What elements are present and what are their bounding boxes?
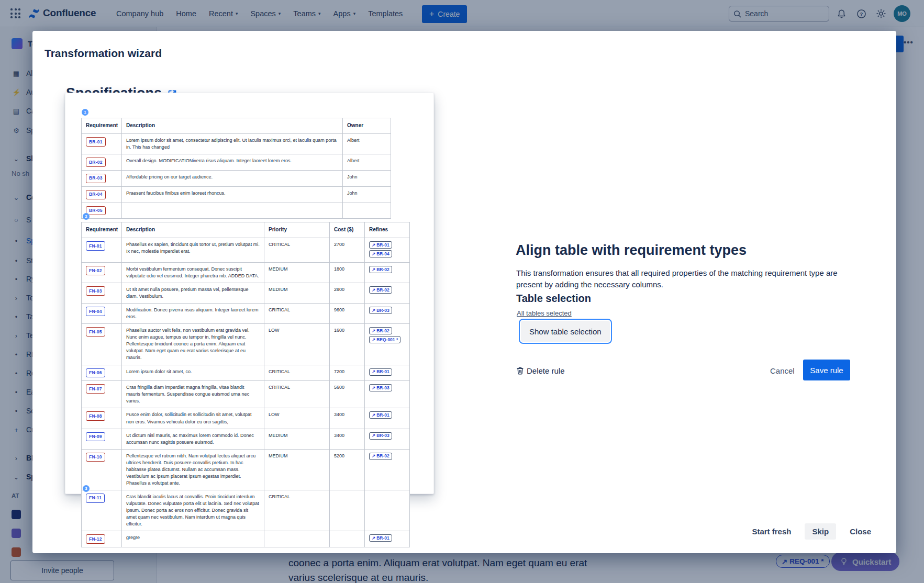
requirement-cell: BR-03 xyxy=(82,170,122,186)
skip-button[interactable]: Skip xyxy=(805,523,836,540)
priority-cell xyxy=(264,531,330,547)
refines-link-chip[interactable]: ↗REQ-001 * xyxy=(369,336,400,343)
transformation-wizard-modal: Transformation wizard Specifications 1Re… xyxy=(32,31,896,553)
priority-cell: MEDIUM xyxy=(264,449,330,490)
refines-link-chip[interactable]: ↗BR-01 xyxy=(369,368,392,376)
priority-cell: CRITICAL xyxy=(264,304,330,324)
requirement-chip[interactable]: FN-12 xyxy=(86,534,105,544)
description-cell: Lorem ipsum dolor sit amet, consectetur … xyxy=(122,134,343,154)
requirement-cell: FN-02 xyxy=(82,263,122,283)
external-arrow-icon: ↗ xyxy=(372,328,375,333)
cost-cell: 3400 xyxy=(330,429,365,449)
cost-cell: 1800 xyxy=(330,263,365,283)
requirement-chip[interactable]: BR-03 xyxy=(86,174,106,183)
cancel-button[interactable]: Cancel xyxy=(763,361,802,380)
refines-link-chip[interactable]: ↗BR-02 xyxy=(369,286,392,294)
refines-link-chip[interactable]: ↗BR-03 xyxy=(369,384,392,391)
requirement-chip[interactable]: BR-02 xyxy=(86,158,106,167)
refines-line: ↗BR-01 xyxy=(369,368,405,376)
refines-cell: ↗BR-03 xyxy=(365,381,410,408)
external-arrow-icon: ↗ xyxy=(372,251,375,256)
priority-cell: CRITICAL xyxy=(264,381,330,408)
refines-line: ↗BR-02 xyxy=(369,266,405,273)
table-row: FN-09Ut dictum nisl mauris, ac maximus l… xyxy=(82,429,410,449)
table-row: BR-02Overall design. MODIFICATIONiverra … xyxy=(82,154,391,171)
requirement-cell: BR-02 xyxy=(82,154,122,171)
table-row: FN-05Phasellus auctor velit felis, non v… xyxy=(82,324,410,365)
table-row: BR-04Praesent faucibus finibus enim laor… xyxy=(82,186,391,203)
cost-cell: 5600 xyxy=(330,381,365,408)
show-table-selection-button[interactable]: Show table selection xyxy=(521,321,610,342)
column-header: Owner xyxy=(343,118,391,134)
refines-link-chip[interactable]: ↗BR-03 xyxy=(369,432,392,440)
requirement-chip[interactable]: FN-02 xyxy=(86,266,105,275)
requirement-chip[interactable]: BR-04 xyxy=(86,190,106,199)
delete-rule-button[interactable]: Delete rule xyxy=(516,361,565,380)
requirement-cell: FN-11 xyxy=(82,490,122,531)
refines-cell: ↗BR-01 xyxy=(365,365,410,381)
refines-cell: ↗BR-02 xyxy=(365,283,410,304)
cost-cell: 1600 xyxy=(330,324,365,365)
refines-link-chip[interactable]: ↗BR-01 xyxy=(369,411,392,419)
refines-cell: ↗BR-01↗BR-04 xyxy=(365,238,410,263)
external-arrow-icon: ↗ xyxy=(372,337,375,342)
column-header: Priority xyxy=(264,222,330,238)
refines-cell: ↗BR-03 xyxy=(365,429,410,449)
requirement-chip[interactable]: FN-01 xyxy=(86,241,105,251)
wizard-footer: Start fresh Skip Close xyxy=(745,523,877,540)
refines-link-chip[interactable]: ↗BR-02 xyxy=(369,453,392,460)
external-arrow-icon: ↗ xyxy=(372,453,375,458)
cost-cell xyxy=(330,490,365,531)
external-arrow-icon: ↗ xyxy=(372,535,375,541)
refines-link-chip[interactable]: ↗BR-02 xyxy=(369,327,392,334)
requirement-chip[interactable]: FN-04 xyxy=(86,307,105,316)
requirement-chip[interactable]: FN-08 xyxy=(86,411,105,421)
requirement-cell: FN-03 xyxy=(82,283,122,304)
requirement-chip[interactable]: FN-05 xyxy=(86,327,105,337)
refines-line: ↗BR-04 xyxy=(369,250,405,257)
screen: Confluence Company hubHomeRecent▾Spaces▾… xyxy=(0,0,924,583)
table-row: FN-06Lorem ipsum dolor sit amet, co.CRIT… xyxy=(82,365,410,381)
priority-cell: CRITICAL xyxy=(264,365,330,381)
refines-link-chip[interactable]: ↗BR-02 xyxy=(369,266,392,273)
requirement-cell: BR-04 xyxy=(82,186,122,203)
requirement-chip[interactable]: FN-06 xyxy=(86,368,105,378)
description-cell: Modification. Donec piverra risus aliqua… xyxy=(122,304,264,324)
requirement-chip[interactable]: FN-09 xyxy=(86,432,105,442)
description-cell: Affordable pricing on our target audienc… xyxy=(122,170,343,186)
requirement-chip[interactable]: FN-07 xyxy=(86,384,105,394)
requirement-chip[interactable]: BR-01 xyxy=(86,137,106,147)
requirement-chip[interactable]: FN-03 xyxy=(86,286,105,296)
table-row: BR-03Affordable pricing on our target au… xyxy=(82,170,391,186)
priority-cell: CRITICAL xyxy=(264,238,330,263)
external-arrow-icon: ↗ xyxy=(372,412,375,418)
requirement-cell: FN-10 xyxy=(82,449,122,490)
external-arrow-icon: ↗ xyxy=(372,308,375,313)
close-button[interactable]: Close xyxy=(843,523,877,540)
requirement-chip[interactable]: FN-10 xyxy=(86,453,105,462)
external-arrow-icon: ↗ xyxy=(372,242,375,248)
delete-rule-label: Delete rule xyxy=(527,366,565,375)
cost-cell: 5200 xyxy=(330,449,365,490)
refines-cell: ↗BR-01 xyxy=(365,531,410,547)
external-arrow-icon: ↗ xyxy=(372,287,375,293)
refines-link-chip[interactable]: ↗BR-04 xyxy=(369,250,392,257)
table-row: FN-07Cras fringilla diam imperdiet magna… xyxy=(82,381,410,408)
start-fresh-button[interactable]: Start fresh xyxy=(745,523,797,540)
description-cell: Overall design. MODIFICATIONiverra risus… xyxy=(122,154,343,171)
save-rule-button[interactable]: Save rule xyxy=(803,360,850,380)
preview-table: RequirementDescriptionPriorityCost ($)Re… xyxy=(81,222,410,547)
external-arrow-icon: ↗ xyxy=(372,369,375,374)
refines-link-chip[interactable]: ↗BR-03 xyxy=(369,307,392,314)
refines-link-chip[interactable]: ↗BR-01 xyxy=(369,534,392,542)
requirement-cell: FN-05 xyxy=(82,324,122,365)
external-arrow-icon: ↗ xyxy=(372,267,375,272)
cost-cell: 2800 xyxy=(330,283,365,304)
requirement-chip[interactable]: FN-11 xyxy=(86,494,105,503)
preview-table: RequirementDescriptionOwnerBR-01Lorem ip… xyxy=(81,118,391,219)
table-row: BR-01Lorem ipsum dolor sit amet, consect… xyxy=(82,134,391,154)
description-cell: Fusce enim dolor, sollicitudin et sollic… xyxy=(122,408,264,429)
description-cell: Lorem ipsum dolor sit amet, co. xyxy=(122,365,264,381)
table-row: FN-12gregre↗BR-01 xyxy=(82,531,410,547)
refines-link-chip[interactable]: ↗BR-01 xyxy=(369,241,392,249)
